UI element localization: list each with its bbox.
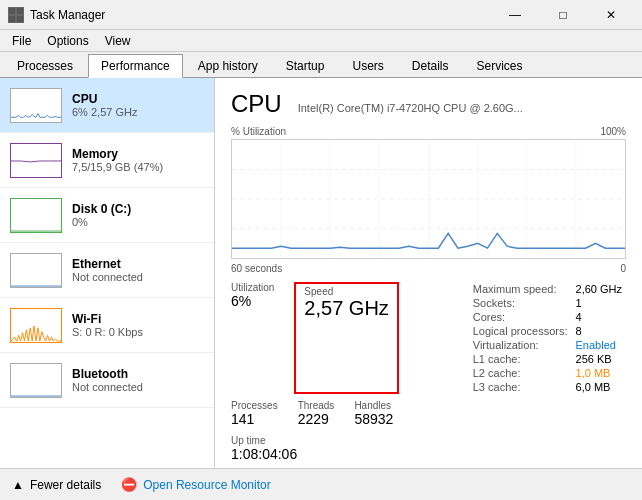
monitor-icon: ⛔: [121, 477, 137, 492]
chart-zero-label: 0: [620, 263, 626, 274]
l3-value: 6,0 MB: [576, 380, 626, 394]
memory-stat: 7,5/15,9 GB (47%): [72, 161, 204, 173]
wifi-info: Wi-Fi S: 0 R: 0 Kbps: [72, 312, 204, 338]
sidebar-item-ethernet[interactable]: Ethernet Not connected: [0, 243, 214, 298]
cpu-chart: [231, 139, 626, 259]
tab-services[interactable]: Services: [464, 54, 536, 77]
utilization-block: Utilization 6%: [231, 282, 274, 394]
cpu-header: CPU Intel(R) Core(TM) i7-4720HQ CPU @ 2.…: [231, 90, 626, 118]
chevron-up-icon: ▲: [12, 478, 24, 492]
wifi-stat: S: 0 R: 0 Kbps: [72, 326, 204, 338]
ethernet-stat: Not connected: [72, 271, 204, 283]
wifi-thumbnail: [10, 308, 62, 343]
memory-thumbnail: [10, 143, 62, 178]
virtualization-value: Enabled: [576, 338, 626, 352]
sidebar-item-bluetooth[interactable]: Bluetooth Not connected: [0, 353, 214, 408]
cpu-main-title: CPU: [231, 90, 282, 118]
sockets-label: Sockets:: [473, 296, 576, 310]
stats-row: Utilization 6% Speed 2,57 GHz Maximum sp…: [231, 282, 626, 394]
l2-value: 1,0 MB: [576, 366, 626, 380]
l1-label: L1 cache:: [473, 352, 576, 366]
tab-processes[interactable]: Processes: [4, 54, 86, 77]
tab-performance[interactable]: Performance: [88, 54, 183, 78]
cores-label: Cores:: [473, 310, 576, 324]
svg-rect-0: [9, 8, 15, 14]
minimize-button[interactable]: —: [492, 5, 538, 25]
tab-users[interactable]: Users: [339, 54, 396, 77]
ethernet-thumbnail: [10, 253, 62, 288]
monitor-label: Open Resource Monitor: [143, 478, 270, 492]
ethernet-info: Ethernet Not connected: [72, 257, 204, 283]
l3-label: L3 cache:: [473, 380, 576, 394]
disk-stat: 0%: [72, 216, 204, 228]
sidebar-item-memory[interactable]: Memory 7,5/15,9 GB (47%): [0, 133, 214, 188]
fewer-details-label: Fewer details: [30, 478, 101, 492]
bluetooth-name: Bluetooth: [72, 367, 204, 381]
sidebar-item-cpu[interactable]: CPU 6% 2,57 GHz: [0, 78, 214, 133]
sidebar-item-disk[interactable]: Disk 0 (C:) 0%: [0, 188, 214, 243]
tab-details[interactable]: Details: [399, 54, 462, 77]
main-area: CPU 6% 2,57 GHz Memory 7,5/15,9 GB (47%): [0, 78, 642, 468]
sockets-value: 1: [576, 296, 626, 310]
tabs: Processes Performance App history Startu…: [0, 52, 642, 78]
processes-row: Processes 141 Threads 2229 Handles 58932: [231, 400, 626, 427]
uptime-value: 1:08:04:06: [231, 446, 297, 462]
footer: ▲ Fewer details ⛔ Open Resource Monitor: [0, 468, 642, 500]
window-title: Task Manager: [30, 8, 105, 22]
bluetooth-stat: Not connected: [72, 381, 204, 393]
speed-block: Speed 2,57 GHz: [294, 282, 398, 394]
menu-file[interactable]: File: [4, 32, 39, 49]
logical-label: Logical processors:: [473, 324, 576, 338]
tab-startup[interactable]: Startup: [273, 54, 338, 77]
chart-utilization-label: % Utilization: [231, 126, 286, 137]
sidebar: CPU 6% 2,57 GHz Memory 7,5/15,9 GB (47%): [0, 78, 215, 468]
chart-time-label: 60 seconds: [231, 263, 282, 274]
chart-max-label: 100%: [600, 126, 626, 137]
fewer-details-button[interactable]: ▲ Fewer details: [12, 478, 101, 492]
cores-value: 4: [576, 310, 626, 324]
disk-thumbnail: [10, 198, 62, 233]
uptime-label: Up time: [231, 435, 297, 446]
l1-value: 256 KB: [576, 352, 626, 366]
handles-label: Handles: [354, 400, 393, 411]
menu-options[interactable]: Options: [39, 32, 96, 49]
tab-app-history[interactable]: App history: [185, 54, 271, 77]
threads-label: Threads: [298, 400, 335, 411]
wifi-name: Wi-Fi: [72, 312, 204, 326]
processes-block: Processes 141: [231, 400, 278, 427]
uptime-block: Up time 1:08:04:06: [231, 435, 297, 462]
processes-value: 141: [231, 411, 278, 427]
menubar: File Options View: [0, 30, 642, 52]
uptime-row: Up time 1:08:04:06: [231, 435, 626, 462]
close-button[interactable]: ✕: [588, 5, 634, 25]
processes-label: Processes: [231, 400, 278, 411]
handles-block: Handles 58932: [354, 400, 393, 427]
menu-view[interactable]: View: [97, 32, 139, 49]
threads-block: Threads 2229: [298, 400, 335, 427]
utilization-value: 6%: [231, 293, 274, 309]
sidebar-item-wifi[interactable]: Wi-Fi S: 0 R: 0 Kbps: [0, 298, 214, 353]
cpu-name: CPU: [72, 92, 204, 106]
maximize-button[interactable]: □: [540, 5, 586, 25]
chart-bottom-labels: 60 seconds 0: [231, 263, 626, 274]
threads-value: 2229: [298, 411, 335, 427]
cpu-stat: 6% 2,57 GHz: [72, 106, 204, 118]
cpu-info: CPU 6% 2,57 GHz: [72, 92, 204, 118]
utilization-label: Utilization: [231, 282, 274, 293]
svg-rect-1: [17, 8, 23, 14]
max-speed-label: Maximum speed:: [473, 282, 576, 296]
disk-name: Disk 0 (C:): [72, 202, 204, 216]
open-resource-monitor-link[interactable]: ⛔ Open Resource Monitor: [121, 477, 270, 492]
virtualization-label: Virtualization:: [473, 338, 576, 352]
content-area: CPU Intel(R) Core(TM) i7-4720HQ CPU @ 2.…: [215, 78, 642, 468]
window-controls: — □ ✕: [492, 5, 634, 25]
cpu-main-subtitle: Intel(R) Core(TM) i7-4720HQ CPU @ 2.60G.…: [298, 102, 523, 114]
titlebar-left: Task Manager: [8, 7, 105, 23]
speed-label: Speed: [304, 286, 388, 297]
handles-value: 58932: [354, 411, 393, 427]
svg-rect-2: [9, 16, 15, 22]
chart-top-labels: % Utilization 100%: [231, 126, 626, 137]
cpu-thumbnail: [10, 88, 62, 123]
bluetooth-info: Bluetooth Not connected: [72, 367, 204, 393]
bluetooth-thumbnail: [10, 363, 62, 398]
